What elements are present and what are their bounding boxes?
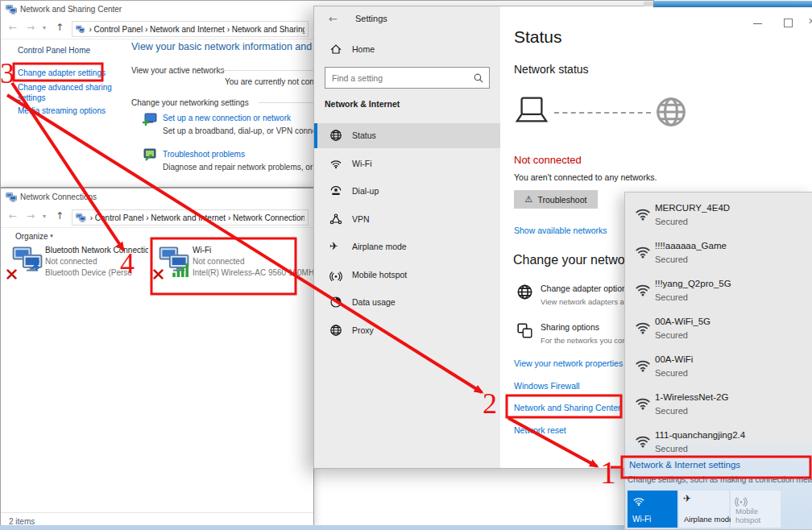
background-window-edge bbox=[644, 2, 653, 6]
wifi-signal-icon bbox=[634, 356, 652, 374]
new-connection-icon bbox=[143, 113, 157, 126]
network-internet-settings-link[interactable]: Network & Internet settings bbox=[629, 460, 740, 470]
sidebar-change-advanced-sharing[interactable]: Change advanced sharing settings bbox=[18, 82, 113, 103]
active-networks-label: View your active networks bbox=[131, 66, 224, 75]
selected-accent-bar bbox=[314, 123, 317, 148]
sidebar-item-airplane-mode[interactable]: ✈ Airplane mode bbox=[314, 234, 500, 259]
sidebar-item-vpn[interactable]: VPN bbox=[314, 207, 500, 232]
windows-firewall-link[interactable]: Windows Firewall bbox=[514, 381, 580, 391]
address-bar[interactable]: › Control Panel › Network and Internet ›… bbox=[72, 21, 309, 37]
back-arrow-icon[interactable]: ← bbox=[9, 211, 17, 221]
network-status-subtitle: Network status bbox=[514, 63, 589, 76]
wifi-network-item[interactable]: 00A-WiFi Secured bbox=[625, 352, 811, 387]
close-button[interactable]: ✕ bbox=[808, 16, 812, 27]
wifi-signal-icon bbox=[634, 280, 652, 298]
show-available-networks-link[interactable]: Show available networks bbox=[514, 226, 607, 235]
wifi-flyout: MERCURY_4E4D Secured !!!!aaaaaa_Game Sec… bbox=[624, 192, 812, 530]
warning-icon: ⚠ bbox=[525, 194, 533, 205]
airplane-icon: ✈ bbox=[683, 493, 691, 504]
network-window-icon bbox=[6, 5, 17, 14]
sidebar-item-dialup[interactable]: Dial-up bbox=[314, 179, 500, 204]
sharing-options-link[interactable]: Sharing options bbox=[541, 322, 599, 332]
dropdown-caret-icon: ▾ bbox=[50, 233, 53, 239]
back-arrow-icon[interactable]: ← bbox=[9, 23, 17, 32]
airplane-mode-tile[interactable]: ✈ Airplane mode bbox=[679, 491, 729, 528]
adapter-name: Wi-Fi bbox=[193, 246, 211, 255]
view-network-properties-link[interactable]: View your network properties bbox=[514, 358, 623, 368]
adapter-bluetooth[interactable]: Bluetooth Network Connection Not connect… bbox=[1, 243, 151, 287]
up-arrow-icon[interactable]: ↑ bbox=[56, 23, 64, 32]
wifi-network-item[interactable]: 111-quanchangjing2.4 Secured bbox=[625, 428, 811, 463]
flyout-caption: Change settings, such as making a connec… bbox=[628, 475, 812, 484]
search-icon bbox=[473, 72, 484, 84]
adapter-options-globe-icon bbox=[516, 284, 533, 300]
window-title: Network Connections bbox=[20, 193, 97, 201]
forward-arrow-icon[interactable]: → bbox=[27, 23, 35, 32]
hotspot-icon bbox=[329, 268, 342, 281]
troubleshoot-problems-icon bbox=[143, 148, 157, 162]
adapter-status: Not connected bbox=[193, 257, 245, 266]
organize-menu[interactable]: Organize ▾ bbox=[15, 232, 53, 241]
setup-connection-link[interactable]: Set up a new connection or network bbox=[163, 114, 291, 122]
sidebar-control-panel-home[interactable]: Control Panel Home bbox=[18, 46, 90, 55]
adapter-device: Bluetooth Device (Personal Area ... bbox=[45, 268, 132, 277]
laptop-icon bbox=[515, 96, 549, 125]
wifi-signal-icon bbox=[634, 242, 652, 260]
sidebar-item-mobile-hotspot[interactable]: Mobile hotspot bbox=[314, 263, 500, 288]
adapter-device: Intel(R) Wireless-AC 9560 160MHz bbox=[193, 268, 313, 277]
wifi-tile[interactable]: Wi-Fi bbox=[628, 491, 677, 528]
status-globe-icon bbox=[329, 129, 342, 142]
history-caret-icon[interactable]: ▾ bbox=[43, 24, 46, 31]
network-sharing-center-link[interactable]: Network and Sharing Center bbox=[514, 403, 621, 412]
sidebar-item-home[interactable]: Home bbox=[314, 39, 500, 61]
dialup-phone-icon bbox=[329, 184, 342, 197]
breadcrumb-icon bbox=[76, 213, 86, 222]
sidebar-item-wifi[interactable]: Wi-Fi bbox=[314, 151, 500, 176]
background-window-titlebar bbox=[653, 1, 812, 7]
settings-back-arrow[interactable]: ← bbox=[329, 13, 338, 25]
maximize-button[interactable] bbox=[777, 16, 798, 31]
breadcrumb[interactable]: › Control Panel › Network and Internet ›… bbox=[89, 25, 304, 34]
forward-arrow-icon[interactable]: → bbox=[27, 211, 35, 221]
change-networking-label: Change your networking settings bbox=[131, 98, 249, 107]
toolbar-divider bbox=[1, 227, 313, 228]
change-adapter-options-link[interactable]: Change adapter options bbox=[541, 284, 631, 293]
minimize-button[interactable] bbox=[747, 16, 768, 31]
airplane-icon: ✈ bbox=[329, 240, 338, 252]
wifi-network-item[interactable]: MERCURY_4E4D Secured bbox=[625, 201, 811, 236]
wifi-network-item[interactable]: 00A-WiFi_5G Secured bbox=[625, 314, 811, 350]
mobile-hotspot-tile[interactable]: Mobile hotspot bbox=[731, 491, 781, 528]
proxy-globe-icon bbox=[329, 324, 342, 337]
taskbar-edge bbox=[0, 525, 628, 530]
sidebar-media-streaming[interactable]: Media streaming options bbox=[18, 106, 106, 115]
search-input[interactable] bbox=[332, 71, 465, 85]
wifi-network-item[interactable]: !!!!aaaaaa_Game Secured bbox=[625, 238, 811, 274]
wifi-icon bbox=[329, 157, 342, 170]
adapter-wifi[interactable]: Wi-Fi Not connected Intel(R) Wireless-AC… bbox=[151, 243, 314, 287]
sidebar-item-proxy[interactable]: Proxy bbox=[314, 318, 500, 343]
organize-label: Organize bbox=[15, 232, 48, 241]
vpn-icon bbox=[329, 213, 342, 226]
troubleshoot-button[interactable]: ⚠ Troubleshoot bbox=[514, 190, 598, 209]
breadcrumb[interactable]: › Control Panel › Network and Internet ›… bbox=[90, 213, 304, 222]
internet-globe-icon bbox=[654, 95, 688, 129]
wifi-signal-icon bbox=[634, 205, 652, 222]
wifi-icon bbox=[632, 495, 645, 507]
disconnected-x-icon bbox=[6, 269, 17, 279]
history-caret-icon[interactable]: ▾ bbox=[43, 213, 46, 220]
disconnected-x-icon bbox=[153, 269, 164, 279]
sidebar-item-data-usage[interactable]: Data usage bbox=[314, 290, 500, 315]
signal-bars-icon bbox=[172, 263, 191, 277]
hotspot-icon bbox=[735, 494, 748, 507]
wifi-network-item[interactable]: 1-WirelessNet-2G Secured bbox=[625, 390, 811, 425]
up-arrow-icon[interactable]: ↑ bbox=[56, 211, 64, 221]
search-box[interactable] bbox=[325, 67, 490, 89]
address-bar[interactable]: › Control Panel › Network and Internet ›… bbox=[72, 209, 309, 226]
sidebar-item-status[interactable]: Status bbox=[314, 123, 500, 148]
sidebar-section-title: Network & Internet bbox=[325, 99, 400, 109]
network-reset-link[interactable]: Network reset bbox=[514, 425, 566, 435]
troubleshoot-problems-link[interactable]: Troubleshoot problems bbox=[163, 150, 245, 159]
adapter-status: Not connected bbox=[45, 257, 97, 266]
sidebar-change-adapter-settings[interactable]: Change adapter settings bbox=[18, 68, 106, 77]
wifi-network-item[interactable]: !!!yang_Q2pro_5G Secured bbox=[625, 276, 811, 312]
